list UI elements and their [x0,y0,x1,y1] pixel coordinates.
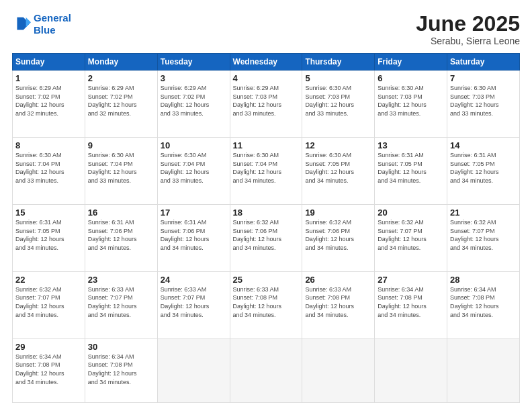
calendar-day: 15Sunrise: 6:31 AM Sunset: 7:05 PM Dayli… [13,204,85,271]
calendar-day [375,338,447,402]
day-number: 25 [233,275,300,285]
header: General Blue June 2025 Serabu, Sierra Le… [12,12,520,46]
day-header-thursday: Thursday [302,54,375,71]
svg-marker-1 [26,17,31,28]
calendar-header-row: SundayMondayTuesdayWednesdayThursdayFrid… [13,54,520,71]
day-number: 1 [15,73,82,83]
day-number: 5 [305,73,371,83]
day-info: Sunrise: 6:30 AM Sunset: 7:05 PM Dayligh… [305,151,371,185]
logo: General Blue [12,12,71,36]
day-info: Sunrise: 6:32 AM Sunset: 7:07 PM Dayligh… [450,218,517,252]
day-info: Sunrise: 6:29 AM Sunset: 7:03 PM Dayligh… [233,84,300,118]
day-info: Sunrise: 6:30 AM Sunset: 7:03 PM Dayligh… [305,84,371,118]
calendar-day: 13Sunrise: 6:31 AM Sunset: 7:05 PM Dayli… [375,138,447,205]
calendar-day: 8Sunrise: 6:30 AM Sunset: 7:04 PM Daylig… [13,138,85,205]
calendar-table: SundayMondayTuesdayWednesdayThursdayFrid… [12,53,520,403]
day-number: 4 [233,73,300,83]
calendar-day: 28Sunrise: 6:34 AM Sunset: 7:08 PM Dayli… [447,271,520,338]
day-number: 17 [161,208,227,218]
day-number: 16 [88,208,154,218]
calendar-day: 14Sunrise: 6:31 AM Sunset: 7:05 PM Dayli… [447,138,520,205]
day-header-sunday: Sunday [13,54,85,71]
calendar-week-4: 29Sunrise: 6:34 AM Sunset: 7:08 PM Dayli… [13,338,520,402]
day-info: Sunrise: 6:30 AM Sunset: 7:04 PM Dayligh… [161,151,227,185]
calendar-day: 24Sunrise: 6:33 AM Sunset: 7:07 PM Dayli… [157,271,230,338]
calendar-day: 22Sunrise: 6:32 AM Sunset: 7:07 PM Dayli… [13,271,85,338]
day-number: 15 [15,208,82,218]
day-number: 12 [305,140,371,150]
logo-icon [12,15,31,34]
day-number: 9 [88,140,154,150]
day-info: Sunrise: 6:30 AM Sunset: 7:03 PM Dayligh… [378,84,444,118]
calendar-day: 2Sunrise: 6:29 AM Sunset: 7:02 PM Daylig… [85,71,157,138]
day-info: Sunrise: 6:32 AM Sunset: 7:07 PM Dayligh… [15,285,82,319]
title-block: June 2025 Serabu, Sierra Leone [416,12,520,46]
day-info: Sunrise: 6:31 AM Sunset: 7:05 PM Dayligh… [378,151,444,185]
calendar-day: 11Sunrise: 6:30 AM Sunset: 7:04 PM Dayli… [230,138,302,205]
calendar-day: 29Sunrise: 6:34 AM Sunset: 7:08 PM Dayli… [13,338,85,402]
calendar-day: 25Sunrise: 6:33 AM Sunset: 7:08 PM Dayli… [230,271,302,338]
calendar-day: 4Sunrise: 6:29 AM Sunset: 7:03 PM Daylig… [230,71,302,138]
day-info: Sunrise: 6:34 AM Sunset: 7:08 PM Dayligh… [15,353,82,386]
day-info: Sunrise: 6:30 AM Sunset: 7:04 PM Dayligh… [15,151,82,185]
day-number: 10 [161,140,227,150]
day-number: 6 [378,73,444,83]
day-info: Sunrise: 6:33 AM Sunset: 7:08 PM Dayligh… [233,285,300,319]
day-info: Sunrise: 6:30 AM Sunset: 7:03 PM Dayligh… [450,84,517,118]
calendar-week-0: 1Sunrise: 6:29 AM Sunset: 7:02 PM Daylig… [13,71,520,138]
day-header-monday: Monday [85,54,157,71]
day-number: 14 [450,140,517,150]
day-number: 23 [88,275,154,285]
day-number: 20 [378,208,444,218]
day-info: Sunrise: 6:31 AM Sunset: 7:05 PM Dayligh… [450,151,517,185]
day-info: Sunrise: 6:33 AM Sunset: 7:08 PM Dayligh… [305,285,371,319]
day-header-wednesday: Wednesday [230,54,302,71]
logo-line1: General [34,12,71,24]
day-number: 18 [233,208,300,218]
day-number: 28 [450,275,517,285]
day-info: Sunrise: 6:32 AM Sunset: 7:06 PM Dayligh… [233,218,300,252]
calendar-week-2: 15Sunrise: 6:31 AM Sunset: 7:05 PM Dayli… [13,204,520,271]
calendar-day: 26Sunrise: 6:33 AM Sunset: 7:08 PM Dayli… [302,271,375,338]
calendar-day [302,338,375,402]
day-header-friday: Friday [375,54,447,71]
day-header-tuesday: Tuesday [157,54,230,71]
calendar-day: 20Sunrise: 6:32 AM Sunset: 7:07 PM Dayli… [375,204,447,271]
calendar-day: 12Sunrise: 6:30 AM Sunset: 7:05 PM Dayli… [302,138,375,205]
calendar-day: 30Sunrise: 6:34 AM Sunset: 7:08 PM Dayli… [85,338,157,402]
page: General Blue June 2025 Serabu, Sierra Le… [0,0,532,411]
calendar-day: 1Sunrise: 6:29 AM Sunset: 7:02 PM Daylig… [13,71,85,138]
calendar-day: 17Sunrise: 6:31 AM Sunset: 7:06 PM Dayli… [157,204,230,271]
logo-text: General Blue [34,12,71,36]
calendar-day: 23Sunrise: 6:33 AM Sunset: 7:07 PM Dayli… [85,271,157,338]
day-number: 2 [88,73,154,83]
day-info: Sunrise: 6:31 AM Sunset: 7:06 PM Dayligh… [88,218,154,252]
calendar-day: 3Sunrise: 6:29 AM Sunset: 7:02 PM Daylig… [157,71,230,138]
calendar-day: 18Sunrise: 6:32 AM Sunset: 7:06 PM Dayli… [230,204,302,271]
day-number: 22 [15,275,82,285]
day-info: Sunrise: 6:31 AM Sunset: 7:05 PM Dayligh… [15,218,82,252]
day-number: 7 [450,73,517,83]
day-info: Sunrise: 6:34 AM Sunset: 7:08 PM Dayligh… [88,353,154,386]
day-info: Sunrise: 6:29 AM Sunset: 7:02 PM Dayligh… [161,84,227,118]
day-number: 19 [305,208,371,218]
day-number: 29 [15,342,82,352]
day-number: 30 [88,342,154,352]
day-number: 8 [15,140,82,150]
day-number: 3 [161,73,227,83]
calendar-day: 9Sunrise: 6:30 AM Sunset: 7:04 PM Daylig… [85,138,157,205]
day-info: Sunrise: 6:29 AM Sunset: 7:02 PM Dayligh… [15,84,82,118]
day-info: Sunrise: 6:33 AM Sunset: 7:07 PM Dayligh… [88,285,154,319]
day-number: 13 [378,140,444,150]
calendar-day [447,338,520,402]
calendar-day: 6Sunrise: 6:30 AM Sunset: 7:03 PM Daylig… [375,71,447,138]
calendar-day: 21Sunrise: 6:32 AM Sunset: 7:07 PM Dayli… [447,204,520,271]
calendar-day [157,338,230,402]
calendar-day [230,338,302,402]
day-info: Sunrise: 6:33 AM Sunset: 7:07 PM Dayligh… [161,285,227,319]
day-number: 26 [305,275,371,285]
day-info: Sunrise: 6:32 AM Sunset: 7:07 PM Dayligh… [378,218,444,252]
calendar-day: 7Sunrise: 6:30 AM Sunset: 7:03 PM Daylig… [447,71,520,138]
day-info: Sunrise: 6:31 AM Sunset: 7:06 PM Dayligh… [161,218,227,252]
location: Serabu, Sierra Leone [416,36,520,46]
